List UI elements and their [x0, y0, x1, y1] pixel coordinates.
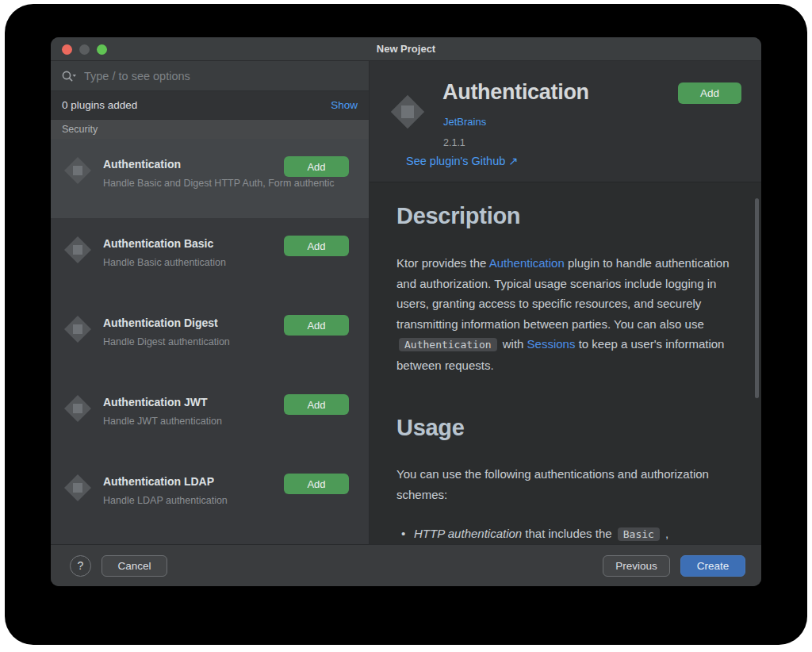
plugin-version: 2.1.1 — [443, 137, 465, 148]
dialog-footer: ? Cancel Previous Create — [51, 544, 761, 586]
cancel-button[interactable]: Cancel — [102, 555, 167, 577]
text-run: , — [662, 527, 668, 540]
plugin-description: Handle Basic authentication — [103, 257, 359, 268]
description-paragraph: Ktor provides the Authentication plugin … — [396, 253, 733, 375]
emphasized-text: HTTP authentication — [414, 527, 522, 540]
plugin-list-item[interactable]: Authentication JWT Handle JWT authentica… — [51, 377, 369, 456]
add-plugin-button[interactable]: Add — [284, 236, 349, 256]
add-plugin-button[interactable]: Add — [284, 315, 349, 336]
inline-link[interactable]: Sessions — [527, 337, 576, 351]
usage-list: HTTP authentication that includes the Ba… — [396, 524, 733, 544]
vendor-link[interactable]: JetBrains — [443, 116, 486, 128]
window-title: New Project — [377, 43, 435, 55]
section-header-security: Security — [51, 120, 369, 139]
plugin-details-title: Authentication — [442, 80, 589, 105]
description-heading: Description — [396, 200, 761, 232]
add-plugin-button[interactable]: Add — [284, 394, 349, 415]
add-plugin-button[interactable]: Add — [678, 82, 741, 104]
usage-intro: You can use the following authentication… — [396, 464, 733, 504]
previous-button[interactable]: Previous — [603, 555, 670, 577]
plugin-icon — [62, 393, 94, 424]
search-icon — [61, 70, 77, 82]
plugin-icon — [387, 91, 428, 132]
plugin-icon — [62, 155, 94, 186]
zoom-window-button[interactable] — [97, 44, 107, 55]
plugin-icon — [62, 472, 94, 504]
plugin-list: Authentication Handle Basic and Digest H… — [51, 139, 369, 544]
plugin-description: Handle Basic and Digest HTTP Auth, Form … — [103, 178, 359, 189]
search-bar — [51, 61, 369, 91]
text-run: Ktor provides the — [396, 256, 489, 270]
plugin-list-item[interactable]: Authentication Handle Basic and Digest H… — [51, 139, 369, 218]
new-project-dialog: New Project 0 plugins added Show Securit… — [51, 37, 761, 586]
add-plugin-button[interactable]: Add — [284, 474, 349, 494]
plugin-documentation: Description Ktor provides the Authentica… — [370, 182, 761, 544]
usage-heading: Usage — [396, 412, 761, 443]
traffic-lights — [62, 44, 107, 55]
plugin-description: Handle JWT authentication — [103, 416, 359, 427]
plugin-details-header: Authentication JetBrains 2.1.1 See plugi… — [370, 61, 761, 182]
plugin-icon — [62, 313, 94, 345]
plugin-list-item[interactable]: Authentication Basic Handle Basic authen… — [51, 218, 369, 297]
plugin-browser-panel: 0 plugins added Show Security Authentica… — [51, 61, 370, 544]
plugin-list-item[interactable]: Authentication Digest Handle Digest auth… — [51, 297, 369, 377]
plugins-added-row: 0 plugins added Show — [51, 91, 369, 120]
inline-code: Authentication — [399, 338, 497, 351]
github-link[interactable]: See plugin's Github ↗ — [406, 155, 518, 167]
text-run: with — [500, 337, 527, 351]
title-bar[interactable]: New Project — [51, 37, 761, 61]
plugins-added-count: 0 plugins added — [62, 99, 137, 111]
plugin-description: Handle Digest authentication — [103, 336, 359, 347]
plugin-description: Handle LDAP authentication — [103, 495, 359, 506]
vertical-scrollbar[interactable] — [755, 198, 759, 398]
text-run: that includes the — [522, 527, 615, 540]
inline-code: Basic — [618, 527, 660, 541]
close-window-button[interactable] — [62, 44, 72, 55]
add-plugin-button[interactable]: Add — [284, 156, 349, 177]
create-button[interactable]: Create — [680, 555, 745, 577]
inline-link[interactable]: Authentication — [489, 256, 565, 270]
show-added-link[interactable]: Show — [331, 99, 358, 111]
usage-list-item: HTTP authentication that includes the Ba… — [396, 524, 733, 544]
search-input[interactable] — [84, 70, 358, 82]
plugin-list-item[interactable]: Authentication LDAP Handle LDAP authenti… — [51, 456, 369, 535]
help-button[interactable]: ? — [70, 555, 91, 577]
minimize-window-button[interactable] — [79, 44, 90, 55]
plugin-icon — [62, 234, 94, 266]
plugin-details-panel: Authentication JetBrains 2.1.1 See plugi… — [370, 61, 761, 544]
